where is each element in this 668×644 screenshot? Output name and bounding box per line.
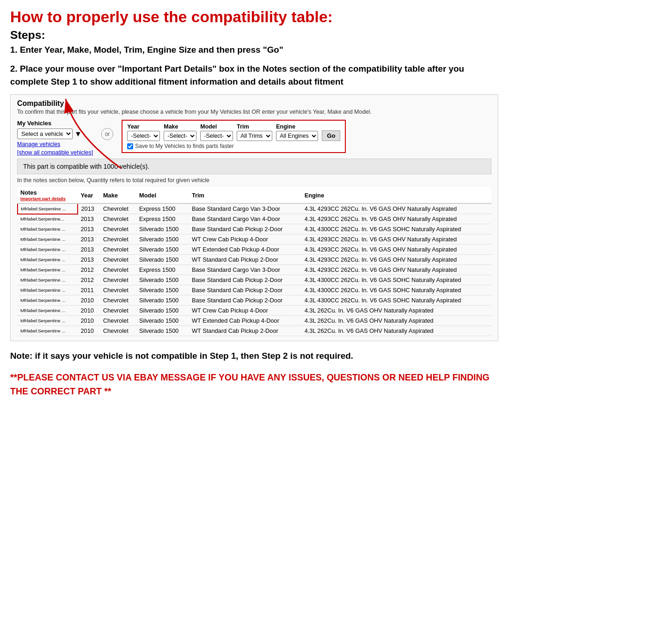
table-row: Mfrlabel:Serpentine ... 2013 Chevrolet S… bbox=[18, 255, 491, 265]
cell-model: Silverado 1500 bbox=[136, 316, 189, 326]
cell-make: Chevrolet bbox=[100, 203, 136, 214]
cell-trim: Base Standard Cab Pickup 2-Door bbox=[189, 275, 302, 285]
cell-notes: Mfrlabel:Serpentine ... bbox=[18, 224, 78, 234]
cell-make: Chevrolet bbox=[100, 306, 136, 316]
step1-text: 1. Enter Year, Make, Model, Trim, Engine… bbox=[10, 43, 498, 56]
cell-notes: Mfrlabel:Serpentine ... bbox=[18, 245, 78, 255]
cell-make: Chevrolet bbox=[100, 295, 136, 306]
trim-label: Trim bbox=[237, 123, 272, 130]
cell-make: Chevrolet bbox=[100, 245, 136, 255]
cell-year: 2013 bbox=[78, 203, 100, 214]
my-vehicles-label: My Vehicles bbox=[17, 120, 93, 127]
cell-model: Silverado 1500 bbox=[136, 326, 189, 336]
table-row: Mfrlabel:Serpentine ... 2013 Chevrolet S… bbox=[18, 234, 491, 245]
cell-year: 2013 bbox=[78, 214, 100, 224]
cell-model: Silverado 1500 bbox=[136, 234, 189, 245]
select-vehicle-dropdown[interactable]: Select a vehicle bbox=[17, 129, 73, 139]
cell-trim: WT Standard Cab Pickup 2-Door bbox=[189, 255, 302, 265]
cell-engine: 4.3L 4293CC 262Cu. In. V6 GAS OHV Natura… bbox=[302, 214, 491, 224]
year-select[interactable]: -Select- bbox=[127, 131, 160, 141]
cell-engine: 4.3L 4293CC 262Cu. In. V6 GAS OHV Natura… bbox=[302, 265, 491, 275]
show-all-link[interactable]: [show all compatible vehicles] bbox=[17, 149, 93, 156]
cell-trim: Base Standard Cargo Van 3-Door bbox=[189, 265, 302, 275]
cell-notes: Mfrlabel:Serpentine ... bbox=[18, 285, 78, 295]
table-row: Mfrlabel:Serpentine ... 2012 Chevrolet S… bbox=[18, 275, 491, 285]
cell-year: 2013 bbox=[78, 224, 100, 234]
make-label: Make bbox=[164, 123, 196, 130]
table-row: Mfrlabel:Serpentine ... 2012 Chevrolet E… bbox=[18, 265, 491, 275]
cell-year: 2013 bbox=[78, 245, 100, 255]
save-vehicles-label: Save to My Vehicles to finds parts faste… bbox=[135, 143, 233, 149]
cell-model: Express 1500 bbox=[136, 214, 189, 224]
cell-engine: 4.3L 262Cu. In. V6 GAS OHV Naturally Asp… bbox=[302, 326, 491, 336]
model-label: Model bbox=[200, 123, 233, 130]
cell-year: 2013 bbox=[78, 234, 100, 245]
cell-make: Chevrolet bbox=[100, 214, 136, 224]
cell-engine: 4.3L 4300CC 262Cu. In. V6 GAS SOHC Natur… bbox=[302, 285, 491, 295]
table-row: Mfrlabel:Serpentine ... 2010 Chevrolet S… bbox=[18, 326, 491, 336]
table-row: Mfrlabel:Serpentine ... 2010 Chevrolet S… bbox=[18, 316, 491, 326]
cell-year: 2011 bbox=[78, 285, 100, 295]
trim-select[interactable]: All Trims bbox=[237, 131, 272, 141]
cell-year: 2010 bbox=[78, 316, 100, 326]
cell-model: Silverado 1500 bbox=[136, 224, 189, 234]
compatible-count-bar: This part is compatible with 1000 vehicl… bbox=[17, 159, 491, 174]
cell-trim: Base Standard Cab Pickup 2-Door bbox=[189, 285, 302, 295]
cell-trim: WT Crew Cab Pickup 4-Door bbox=[189, 234, 302, 245]
cell-engine: 4.3L 4300CC 262Cu. In. V6 GAS SOHC Natur… bbox=[302, 224, 491, 234]
cell-notes: Mfrlabel:Serpentine ... bbox=[18, 326, 78, 336]
my-vehicles-section: My Vehicles Select a vehicle ▼ Manage ve… bbox=[17, 120, 93, 156]
cell-notes: Mfrlabel:Serpentine... bbox=[18, 214, 78, 224]
compatibility-table: Notes Important part details Year Make M… bbox=[17, 187, 491, 336]
engine-label: Engine bbox=[276, 123, 318, 130]
save-vehicles-checkbox[interactable] bbox=[127, 143, 133, 149]
cell-engine: 4.3L 4300CC 262Cu. In. V6 GAS SOHC Natur… bbox=[302, 295, 491, 306]
cell-engine: 4.3L 4293CC 262Cu. In. V6 GAS OHV Natura… bbox=[302, 234, 491, 245]
year-label: Year bbox=[127, 123, 160, 130]
manage-vehicles-link[interactable]: Manage vehicles bbox=[17, 141, 93, 147]
col-notes: Notes Important part details bbox=[18, 187, 78, 203]
cell-engine: 4.3L 4300CC 262Cu. In. V6 GAS SOHC Natur… bbox=[302, 275, 491, 285]
quantity-note: In the notes section below, Quantity ref… bbox=[17, 177, 491, 184]
cell-make: Chevrolet bbox=[100, 255, 136, 265]
cell-make: Chevrolet bbox=[100, 265, 136, 275]
cell-notes: Mfrlabel:Serpentine ... bbox=[18, 295, 78, 306]
cell-year: 2013 bbox=[78, 255, 100, 265]
cell-year: 2010 bbox=[78, 295, 100, 306]
model-select[interactable]: -Select- bbox=[200, 131, 233, 141]
cell-engine: 4.3L 4293CC 262Cu. In. V6 GAS OHV Natura… bbox=[302, 203, 491, 214]
cell-model: Express 1500 bbox=[136, 265, 189, 275]
cell-trim: WT Extended Cab Pickup 4-Door bbox=[189, 245, 302, 255]
col-engine: Engine bbox=[302, 187, 491, 203]
make-select[interactable]: -Select- bbox=[164, 131, 196, 141]
note-text: Note: if it says your vehicle is not com… bbox=[10, 350, 498, 362]
cell-engine: 4.3L 4293CC 262Cu. In. V6 GAS OHV Natura… bbox=[302, 245, 491, 255]
cell-make: Chevrolet bbox=[100, 326, 136, 336]
cell-trim: Base Standard Cargo Van 3-Door bbox=[189, 203, 302, 214]
important-part-link[interactable]: Important part details bbox=[20, 196, 75, 201]
cell-year: 2010 bbox=[78, 326, 100, 336]
cell-notes: Mfrlabel:Serpentine ... bbox=[18, 234, 78, 245]
go-button[interactable]: Go bbox=[322, 130, 340, 141]
cell-notes: Mfrlabel:Serpentine ... bbox=[18, 275, 78, 285]
col-trim: Trim bbox=[189, 187, 302, 203]
dropdown-arrow-icon: ▼ bbox=[74, 130, 82, 138]
cell-trim: WT Crew Cab Pickup 4-Door bbox=[189, 306, 302, 316]
col-model: Model bbox=[136, 187, 189, 203]
cell-notes: Mfrlabel:Serpentine ... bbox=[18, 306, 78, 316]
steps-label: Steps: bbox=[10, 29, 498, 42]
cell-notes: Mfrlabel:Serpentine ... bbox=[18, 316, 78, 326]
table-row: Mfrlabel:Serpentine... 2013 Chevrolet Ex… bbox=[18, 214, 491, 224]
cell-model: Express 1500 bbox=[136, 203, 189, 214]
engine-select[interactable]: All Engines bbox=[276, 131, 318, 141]
cell-notes: Mfrlabel:Serpentine ... bbox=[18, 265, 78, 275]
step2-text: 2. Place your mouse over "Important Part… bbox=[10, 62, 498, 88]
cell-trim: Base Standard Cab Pickup 2-Door bbox=[189, 224, 302, 234]
cell-engine: 4.3L 4293CC 262Cu. In. V6 GAS OHV Natura… bbox=[302, 255, 491, 265]
col-make: Make bbox=[100, 187, 136, 203]
cell-make: Chevrolet bbox=[100, 275, 136, 285]
cell-model: Silverado 1500 bbox=[136, 295, 189, 306]
cell-model: Silverado 1500 bbox=[136, 285, 189, 295]
cell-make: Chevrolet bbox=[100, 316, 136, 326]
cell-trim: Base Standard Cab Pickup 2-Door bbox=[189, 295, 302, 306]
